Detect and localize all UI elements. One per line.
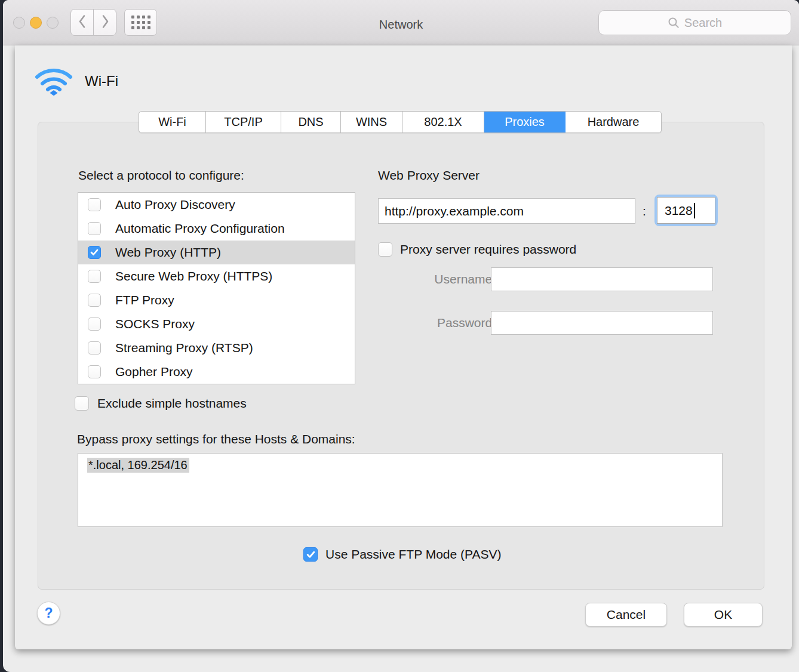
ok-button[interactable]: OK: [684, 603, 763, 627]
protocol-row-secure-web-proxy-https[interactable]: Secure Web Proxy (HTTPS): [78, 264, 355, 288]
passive-ftp-label: Use Passive FTP Mode (PASV): [325, 547, 501, 562]
check-icon: [306, 551, 315, 559]
bypass-value: *.local, 169.254/16: [87, 458, 189, 473]
tab-proxies[interactable]: Proxies: [484, 112, 566, 132]
checkbox[interactable]: [88, 317, 101, 331]
bypass-label: Bypass proxy settings for these Hosts & …: [77, 432, 355, 446]
protocol-label: SOCKS Proxy: [115, 317, 195, 331]
proxy-port-input[interactable]: 3128: [657, 197, 715, 224]
protocol-row-streaming-proxy-rtsp[interactable]: Streaming Proxy (RTSP): [78, 336, 355, 360]
checkbox[interactable]: [88, 222, 101, 235]
tab-bar: Wi-Fi TCP/IP DNS WINS 802.1X Proxies Har…: [139, 111, 662, 133]
check-icon: [90, 249, 99, 256]
exclude-hostnames-checkbox[interactable]: [75, 396, 89, 411]
checkbox[interactable]: [88, 365, 101, 378]
screenshot: Network Search Wi-Fi: [0, 0, 799, 672]
server-section-label: Web Proxy Server: [378, 168, 480, 183]
passive-ftp-row[interactable]: Use Passive FTP Mode (PASV): [303, 547, 501, 562]
search-placeholder: Search: [684, 16, 722, 30]
protocol-label: Secure Web Proxy (HTTPS): [115, 269, 272, 283]
search-icon: [668, 17, 680, 29]
address-port-separator: :: [643, 204, 646, 218]
username-input[interactable]: [491, 267, 713, 291]
protocol-list-label: Select a protocol to configure:: [78, 168, 244, 183]
protocol-label: Web Proxy (HTTP): [115, 245, 221, 260]
help-button[interactable]: ?: [37, 602, 60, 625]
connection-header: Wi-Fi: [35, 65, 118, 97]
proxies-sheet: Wi-Fi Wi-Fi TCP/IP DNS WINS 802.1X Proxi…: [15, 45, 792, 649]
checkbox[interactable]: [88, 270, 101, 283]
proxy-address-value: http://proxy.example.com: [385, 204, 524, 218]
checkbox[interactable]: [88, 294, 101, 307]
requires-password-row[interactable]: Proxy server requires password: [378, 242, 576, 257]
protocol-row-socks-proxy[interactable]: SOCKS Proxy: [78, 312, 355, 336]
username-label: Username:: [400, 272, 496, 286]
password-label: Password:: [400, 316, 496, 330]
connection-name: Wi-Fi: [85, 73, 118, 90]
checkbox-checked[interactable]: [88, 246, 101, 259]
protocol-list: Auto Proxy Discovery Automatic Proxy Con…: [78, 192, 355, 384]
checkbox[interactable]: [88, 341, 101, 355]
tab-wins[interactable]: WINS: [341, 112, 402, 132]
cancel-button[interactable]: Cancel: [585, 603, 667, 627]
protocol-label: Automatic Proxy Configuration: [115, 221, 285, 236]
tab-wifi[interactable]: Wi-Fi: [139, 112, 206, 132]
tab-hardware[interactable]: Hardware: [566, 112, 661, 132]
proxy-address-input[interactable]: http://proxy.example.com: [378, 198, 635, 224]
protocol-label: Streaming Proxy (RTSP): [115, 341, 253, 355]
text-caret: [694, 203, 695, 218]
protocol-row-gopher-proxy[interactable]: Gopher Proxy: [78, 360, 355, 384]
protocol-row-web-proxy-http[interactable]: Web Proxy (HTTP): [78, 241, 355, 264]
passive-ftp-checkbox[interactable]: [303, 547, 318, 562]
exclude-hostnames-row[interactable]: Exclude simple hostnames: [75, 396, 247, 411]
protocol-row-automatic-proxy-configuration[interactable]: Automatic Proxy Configuration: [78, 217, 355, 241]
search-input[interactable]: Search: [598, 10, 791, 35]
tab-dns[interactable]: DNS: [281, 112, 341, 132]
network-window: Network Search Wi-Fi: [3, 0, 799, 672]
protocol-row-ftp-proxy[interactable]: FTP Proxy: [78, 288, 355, 312]
requires-password-checkbox[interactable]: [378, 242, 392, 257]
tab-tcpip[interactable]: TCP/IP: [206, 112, 281, 132]
protocol-label: FTP Proxy: [115, 293, 174, 307]
password-input[interactable]: [491, 311, 713, 335]
wifi-icon: [35, 65, 73, 97]
question-mark-icon: ?: [44, 605, 53, 621]
port-focus-ring: 3128: [654, 195, 718, 226]
tab-8021x[interactable]: 802.1X: [402, 112, 484, 132]
proxy-port-value: 3128: [665, 204, 693, 218]
protocol-row-auto-proxy-discovery[interactable]: Auto Proxy Discovery: [78, 193, 355, 217]
protocol-label: Gopher Proxy: [115, 365, 193, 379]
requires-password-label: Proxy server requires password: [400, 242, 576, 257]
window-toolbar: Network Search: [3, 0, 799, 45]
exclude-hostnames-label: Exclude simple hostnames: [97, 396, 247, 411]
protocol-label: Auto Proxy Discovery: [115, 198, 235, 212]
bypass-textarea[interactable]: *.local, 169.254/16: [78, 453, 723, 527]
checkbox[interactable]: [88, 198, 101, 211]
